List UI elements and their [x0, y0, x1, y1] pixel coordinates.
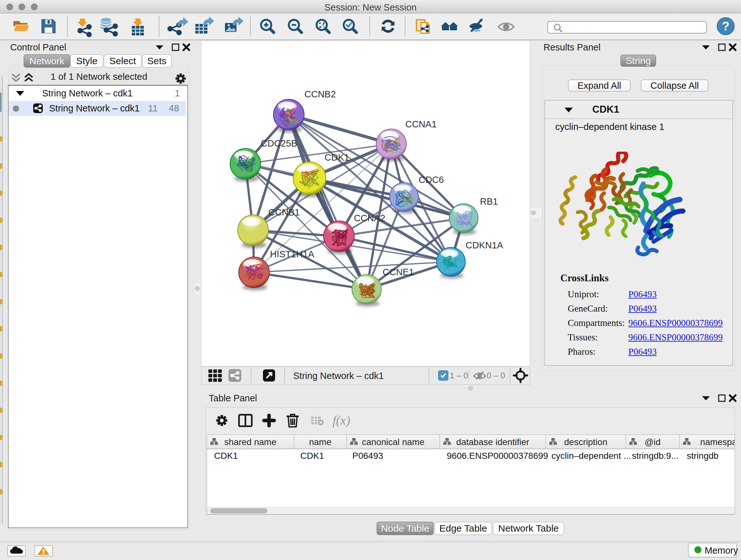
svg-text:?: ?	[722, 19, 729, 33]
svg-text:f(x): f(x)	[333, 413, 350, 428]
svg-text:1 – 0: 1 – 0	[450, 371, 468, 380]
svg-text:CCNE1: CCNE1	[383, 267, 414, 277]
svg-text:HIST1H1A: HIST1H1A	[270, 249, 314, 259]
svg-text:CCNB2: CCNB2	[305, 89, 336, 99]
svg-text:CCNA1: CCNA1	[405, 119, 436, 129]
svg-text:CDC25B: CDC25B	[261, 138, 297, 148]
svg-text:CDKN1A: CDKN1A	[466, 240, 503, 250]
svg-text:CCNA2: CCNA2	[354, 213, 385, 223]
svg-text:RB1: RB1	[480, 196, 498, 206]
svg-text:0 – 0: 0 – 0	[487, 371, 505, 380]
svg-text:CDC6: CDC6	[419, 175, 444, 185]
svg-text:CDK1: CDK1	[325, 152, 349, 163]
svg-text:String Network – cdk1: String Network – cdk1	[293, 371, 384, 381]
svg-text:CCNB1: CCNB1	[268, 207, 300, 217]
